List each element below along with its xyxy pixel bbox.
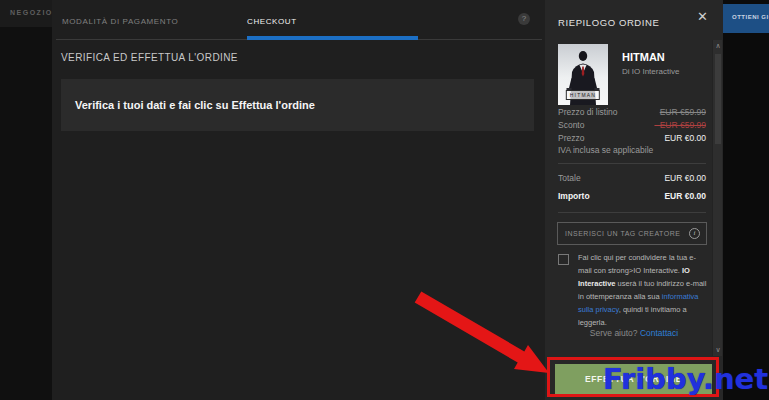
- cover-title-plate: HITMAN: [566, 90, 600, 100]
- underlying-page-left: NEGOZIO: [0, 0, 52, 400]
- list-price-value: EUR €59.99: [660, 107, 706, 117]
- scrollbar-thumb[interactable]: [715, 54, 721, 144]
- get-game-button[interactable]: OTTIENI GIOC: [723, 4, 769, 33]
- total-row: Totale EUR €0.00: [558, 172, 706, 184]
- creator-tag-field-wrapper: i: [557, 222, 707, 245]
- help-icon[interactable]: ?: [518, 13, 530, 25]
- consent-text-part1: Fai clic qui per condividere la tua e-ma…: [578, 253, 696, 275]
- price-label: Prezzo: [558, 133, 584, 143]
- close-icon[interactable]: ✕: [697, 10, 708, 24]
- review-message-box: Verifica i tuoi dati e fai clic su Effet…: [61, 79, 534, 131]
- total-value: EUR €0.00: [664, 173, 706, 183]
- amount-row: Importo EUR €0.00: [558, 190, 706, 202]
- review-message-text: Verifica i tuoi dati e fai clic su Effet…: [61, 99, 315, 111]
- price-value: EUR €0.00: [664, 133, 706, 143]
- checkout-overlay: NEGOZIO MODALITÀ DI PAGAMENTO CHECKOUT ?…: [0, 0, 769, 400]
- game-cover-thumbnail: HITMAN: [558, 44, 608, 105]
- discount-row: Sconto - EUR €59.99: [558, 119, 706, 131]
- nav-store-link[interactable]: NEGOZIO: [10, 9, 52, 16]
- underlying-page-right: OTTIENI GIOC: [723, 0, 769, 400]
- list-price-row: Prezzo di listino EUR €59.99: [558, 106, 706, 118]
- email-consent-text: Fai clic qui per condividere la tua e-ma…: [578, 251, 708, 329]
- summary-divider-2: [558, 212, 706, 213]
- order-summary-title: RIEPILOGO ORDINE: [558, 17, 659, 28]
- store-topbar: NEGOZIO: [0, 0, 52, 27]
- summary-scrollbar[interactable]: ∧ ∨: [712, 40, 722, 356]
- game-publisher: Di IO Interactive: [622, 67, 679, 76]
- scroll-up-icon[interactable]: ∧: [713, 42, 723, 50]
- amount-value: EUR €0.00: [664, 191, 706, 201]
- list-price-label: Prezzo di listino: [558, 107, 618, 117]
- active-tab-indicator: [247, 36, 418, 40]
- place-order-button[interactable]: EFFETTUA L'ORDINE: [555, 364, 712, 394]
- info-icon[interactable]: i: [689, 228, 700, 239]
- tab-checkout[interactable]: CHECKOUT: [247, 17, 297, 26]
- help-line: Serve aiuto? Contattaci: [545, 328, 723, 338]
- total-label: Totale: [558, 173, 581, 183]
- price-row: Prezzo EUR €0.00: [558, 132, 706, 144]
- get-game-button-label: OTTIENI GIOC: [732, 14, 769, 20]
- vat-note: IVA inclusa se applicabile: [558, 145, 653, 155]
- discount-value: - EUR €59.99: [655, 120, 707, 130]
- email-consent-checkbox[interactable]: [558, 254, 569, 265]
- discount-label: Sconto: [558, 120, 584, 130]
- help-text: Serve aiuto?: [590, 328, 640, 338]
- creator-tag-input[interactable]: [558, 230, 689, 237]
- game-title: HITMAN: [622, 51, 665, 63]
- order-summary-panel: RIEPILOGO ORDINE ✕ HITMAN HITMAN Di IO I…: [545, 0, 723, 400]
- scroll-down-icon[interactable]: ∨: [713, 346, 723, 354]
- tab-payment-method[interactable]: MODALITÀ DI PAGAMENTO: [62, 17, 178, 26]
- summary-divider: [558, 163, 706, 164]
- checkout-main-panel: MODALITÀ DI PAGAMENTO CHECKOUT ? VERIFIC…: [52, 0, 545, 400]
- review-order-heading: VERIFICA ED EFFETTUA L'ORDINE: [61, 52, 238, 63]
- contact-us-link[interactable]: Contattaci: [640, 328, 678, 338]
- amount-label: Importo: [558, 191, 590, 201]
